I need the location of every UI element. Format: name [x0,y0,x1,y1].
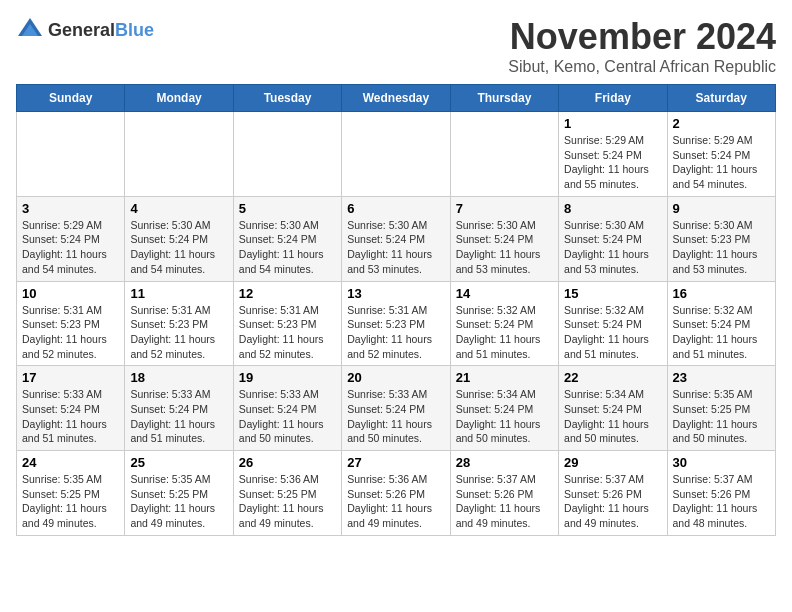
day-number: 24 [22,455,119,470]
calendar-week-row: 1Sunrise: 5:29 AMSunset: 5:24 PMDaylight… [17,112,776,197]
day-info: Sunrise: 5:29 AMSunset: 5:24 PMDaylight:… [22,218,119,277]
calendar-week-row: 3Sunrise: 5:29 AMSunset: 5:24 PMDaylight… [17,196,776,281]
day-number: 4 [130,201,227,216]
day-info: Sunrise: 5:36 AMSunset: 5:25 PMDaylight:… [239,472,336,531]
calendar-cell: 23Sunrise: 5:35 AMSunset: 5:25 PMDayligh… [667,366,775,451]
calendar-cell: 7Sunrise: 5:30 AMSunset: 5:24 PMDaylight… [450,196,558,281]
logo-general: General [48,20,115,40]
calendar-cell: 22Sunrise: 5:34 AMSunset: 5:24 PMDayligh… [559,366,667,451]
calendar-cell [125,112,233,197]
day-info: Sunrise: 5:37 AMSunset: 5:26 PMDaylight:… [673,472,770,531]
title-area: November 2024 Sibut, Kemo, Central Afric… [508,16,776,76]
day-info: Sunrise: 5:30 AMSunset: 5:24 PMDaylight:… [239,218,336,277]
day-info: Sunrise: 5:31 AMSunset: 5:23 PMDaylight:… [347,303,444,362]
day-info: Sunrise: 5:32 AMSunset: 5:24 PMDaylight:… [564,303,661,362]
day-info: Sunrise: 5:30 AMSunset: 5:24 PMDaylight:… [130,218,227,277]
calendar-cell: 20Sunrise: 5:33 AMSunset: 5:24 PMDayligh… [342,366,450,451]
logo-blue: Blue [115,20,154,40]
calendar-cell: 14Sunrise: 5:32 AMSunset: 5:24 PMDayligh… [450,281,558,366]
day-info: Sunrise: 5:32 AMSunset: 5:24 PMDaylight:… [673,303,770,362]
day-number: 17 [22,370,119,385]
calendar-cell: 16Sunrise: 5:32 AMSunset: 5:24 PMDayligh… [667,281,775,366]
calendar-cell: 12Sunrise: 5:31 AMSunset: 5:23 PMDayligh… [233,281,341,366]
calendar-cell: 2Sunrise: 5:29 AMSunset: 5:24 PMDaylight… [667,112,775,197]
day-number: 18 [130,370,227,385]
calendar-cell: 6Sunrise: 5:30 AMSunset: 5:24 PMDaylight… [342,196,450,281]
day-info: Sunrise: 5:31 AMSunset: 5:23 PMDaylight:… [22,303,119,362]
calendar-cell: 8Sunrise: 5:30 AMSunset: 5:24 PMDaylight… [559,196,667,281]
day-info: Sunrise: 5:37 AMSunset: 5:26 PMDaylight:… [564,472,661,531]
calendar-week-row: 10Sunrise: 5:31 AMSunset: 5:23 PMDayligh… [17,281,776,366]
day-header-wednesday: Wednesday [342,85,450,112]
day-info: Sunrise: 5:29 AMSunset: 5:24 PMDaylight:… [564,133,661,192]
page-header: GeneralBlue November 2024 Sibut, Kemo, C… [16,16,776,76]
day-number: 16 [673,286,770,301]
page-subtitle: Sibut, Kemo, Central African Republic [508,58,776,76]
calendar-cell [450,112,558,197]
day-info: Sunrise: 5:35 AMSunset: 5:25 PMDaylight:… [130,472,227,531]
day-number: 29 [564,455,661,470]
calendar-cell: 17Sunrise: 5:33 AMSunset: 5:24 PMDayligh… [17,366,125,451]
day-info: Sunrise: 5:33 AMSunset: 5:24 PMDaylight:… [239,387,336,446]
day-number: 30 [673,455,770,470]
day-info: Sunrise: 5:32 AMSunset: 5:24 PMDaylight:… [456,303,553,362]
day-number: 6 [347,201,444,216]
day-info: Sunrise: 5:35 AMSunset: 5:25 PMDaylight:… [22,472,119,531]
calendar-cell: 30Sunrise: 5:37 AMSunset: 5:26 PMDayligh… [667,451,775,536]
day-info: Sunrise: 5:36 AMSunset: 5:26 PMDaylight:… [347,472,444,531]
day-header-thursday: Thursday [450,85,558,112]
day-number: 15 [564,286,661,301]
day-number: 7 [456,201,553,216]
calendar-cell: 5Sunrise: 5:30 AMSunset: 5:24 PMDaylight… [233,196,341,281]
calendar-cell: 13Sunrise: 5:31 AMSunset: 5:23 PMDayligh… [342,281,450,366]
logo: GeneralBlue [16,16,154,44]
calendar-cell: 27Sunrise: 5:36 AMSunset: 5:26 PMDayligh… [342,451,450,536]
day-info: Sunrise: 5:31 AMSunset: 5:23 PMDaylight:… [130,303,227,362]
calendar-cell: 10Sunrise: 5:31 AMSunset: 5:23 PMDayligh… [17,281,125,366]
calendar-cell: 9Sunrise: 5:30 AMSunset: 5:23 PMDaylight… [667,196,775,281]
day-number: 13 [347,286,444,301]
day-info: Sunrise: 5:29 AMSunset: 5:24 PMDaylight:… [673,133,770,192]
calendar-week-row: 24Sunrise: 5:35 AMSunset: 5:25 PMDayligh… [17,451,776,536]
day-info: Sunrise: 5:30 AMSunset: 5:24 PMDaylight:… [347,218,444,277]
calendar-cell: 24Sunrise: 5:35 AMSunset: 5:25 PMDayligh… [17,451,125,536]
day-number: 9 [673,201,770,216]
day-info: Sunrise: 5:33 AMSunset: 5:24 PMDaylight:… [22,387,119,446]
logo-icon [16,16,44,44]
day-number: 3 [22,201,119,216]
day-info: Sunrise: 5:33 AMSunset: 5:24 PMDaylight:… [130,387,227,446]
calendar-cell: 1Sunrise: 5:29 AMSunset: 5:24 PMDaylight… [559,112,667,197]
day-number: 23 [673,370,770,385]
calendar-cell [233,112,341,197]
day-number: 8 [564,201,661,216]
day-info: Sunrise: 5:31 AMSunset: 5:23 PMDaylight:… [239,303,336,362]
day-header-saturday: Saturday [667,85,775,112]
day-number: 25 [130,455,227,470]
day-header-sunday: Sunday [17,85,125,112]
day-info: Sunrise: 5:37 AMSunset: 5:26 PMDaylight:… [456,472,553,531]
day-number: 2 [673,116,770,131]
day-info: Sunrise: 5:30 AMSunset: 5:24 PMDaylight:… [564,218,661,277]
day-header-tuesday: Tuesday [233,85,341,112]
day-info: Sunrise: 5:30 AMSunset: 5:24 PMDaylight:… [456,218,553,277]
calendar-cell: 15Sunrise: 5:32 AMSunset: 5:24 PMDayligh… [559,281,667,366]
day-number: 1 [564,116,661,131]
day-number: 14 [456,286,553,301]
day-number: 21 [456,370,553,385]
calendar-cell: 29Sunrise: 5:37 AMSunset: 5:26 PMDayligh… [559,451,667,536]
day-header-friday: Friday [559,85,667,112]
calendar-cell: 4Sunrise: 5:30 AMSunset: 5:24 PMDaylight… [125,196,233,281]
calendar-cell: 18Sunrise: 5:33 AMSunset: 5:24 PMDayligh… [125,366,233,451]
day-info: Sunrise: 5:34 AMSunset: 5:24 PMDaylight:… [456,387,553,446]
day-number: 28 [456,455,553,470]
calendar-header-row: SundayMondayTuesdayWednesdayThursdayFrid… [17,85,776,112]
day-info: Sunrise: 5:34 AMSunset: 5:24 PMDaylight:… [564,387,661,446]
day-number: 27 [347,455,444,470]
day-number: 10 [22,286,119,301]
day-header-monday: Monday [125,85,233,112]
calendar-cell: 21Sunrise: 5:34 AMSunset: 5:24 PMDayligh… [450,366,558,451]
day-info: Sunrise: 5:30 AMSunset: 5:23 PMDaylight:… [673,218,770,277]
day-number: 5 [239,201,336,216]
day-info: Sunrise: 5:35 AMSunset: 5:25 PMDaylight:… [673,387,770,446]
calendar-cell [342,112,450,197]
